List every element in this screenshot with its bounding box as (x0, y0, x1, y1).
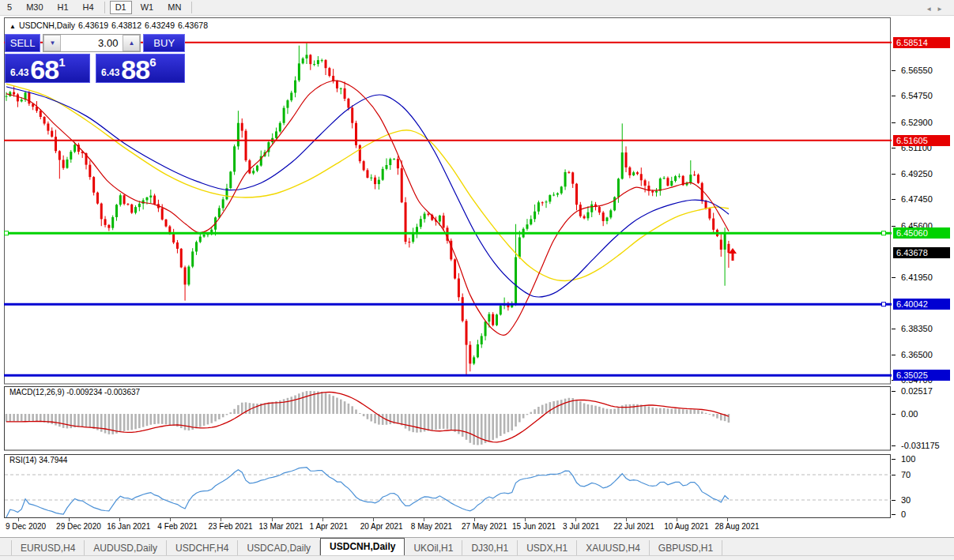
rsi-label: RSI(14) 34.7944 (9, 456, 67, 464)
date-tick-mark (170, 518, 171, 521)
price-tick-label: 6.41950 (901, 272, 933, 282)
timeframe-button-d1[interactable]: D1 (110, 1, 132, 14)
price-tick-label: 6.54750 (901, 91, 933, 100)
price-tick-label: 6.52900 (901, 118, 933, 127)
sell-price-display[interactable]: 6.43 68 1 (5, 54, 90, 83)
chevron-up-icon: ▲ (128, 39, 134, 47)
price-axis: 6.565506.547506.529006.511006.492506.474… (892, 0, 954, 560)
rsi-axis-label: 30 (901, 495, 911, 505)
ohlc-high: 6.43812 (111, 21, 141, 30)
date-tick-mark (626, 518, 627, 521)
toolbar-separator (191, 2, 192, 13)
date-label: 13 Mar 2021 (259, 522, 304, 531)
current-price-label: 6.43678 (893, 247, 950, 258)
tick-mark (892, 445, 896, 446)
date-tick-mark (119, 518, 120, 521)
timeframe-button-mn[interactable]: MN (162, 1, 187, 14)
tick-mark (892, 199, 896, 200)
chart-tab-audusd[interactable]: AUDUSD,Daily (85, 540, 167, 556)
sell-price-big: 68 (30, 58, 58, 81)
price-arrow-icon (729, 248, 737, 261)
rsi-name: RSI(14) (9, 456, 36, 464)
candles-layer (6, 43, 730, 374)
date-label: 15 Jun 2021 (512, 522, 556, 531)
date-tick-mark (221, 518, 221, 521)
date-label: 3 Jul 2021 (563, 522, 599, 531)
date-label: 10 Aug 2021 (664, 522, 708, 531)
macd-axis-label: 0.00 (901, 409, 918, 419)
date-label: 9 Dec 2020 (6, 522, 46, 531)
chart-tab-usdcnh[interactable]: USDCNH,Daily (320, 538, 405, 556)
tick-mark (892, 70, 896, 71)
chart-tab-usdcad[interactable]: USDCAD,Daily (238, 540, 320, 556)
chart-tab-eurusd[interactable]: EURUSD,H4 (11, 540, 85, 556)
macd-axis-label: 0.02517 (901, 386, 933, 396)
buy-price-sup: 6 (149, 55, 156, 69)
one-click-trade-panel: SELL ▼ 3.00 ▲ BUY 6.43 68 1 6.43 88 6 (5, 34, 185, 83)
tick-mark (892, 475, 896, 475)
tick-mark (892, 414, 896, 415)
chart-title: ▲USDCNH,Daily6.436196.438126.432496.4367… (9, 21, 211, 30)
volume-stepper: ▼ 3.00 ▲ (43, 34, 141, 52)
chart-tab-usdx[interactable]: USDX,H1 (518, 540, 577, 556)
chart-tab-usdchf[interactable]: USDCHF,H4 (167, 540, 238, 556)
status-strip (0, 555, 954, 560)
timeframe-button-5[interactable]: 5 (2, 1, 17, 14)
rsi-indicator-canvas[interactable] (4, 454, 892, 518)
timeframe-button-h1[interactable]: H1 (52, 1, 74, 14)
date-tick-mark (575, 518, 576, 521)
volume-decrease-button[interactable]: ▼ (43, 35, 61, 51)
date-tick-mark (373, 518, 374, 521)
tick-mark (892, 148, 896, 148)
date-label: 16 Jan 2021 (107, 522, 150, 531)
chart-tab-bar: EURUSD,H4AUDUSD,DailyUSDCHF,H4USDCAD,Dai… (0, 537, 954, 556)
toolbar-separator (104, 2, 105, 13)
chart-symbol: USDCNH,Daily (19, 21, 75, 30)
volume-increase-button[interactable]: ▲ (123, 35, 140, 51)
timeframe-button-m30[interactable]: M30 (21, 1, 48, 14)
ohlc-low: 6.43249 (145, 21, 175, 30)
sell-price-small: 6.43 (10, 67, 28, 78)
timeframe-button-h4[interactable]: H4 (77, 1, 100, 14)
chart-tab-dj30[interactable]: DJ30,H1 (462, 540, 518, 556)
date-tick-mark (69, 518, 70, 521)
chart-tab-gbpusd[interactable]: GBPUSD,H1 (650, 540, 722, 556)
date-label: 28 Aug 2021 (715, 522, 759, 531)
chart-tab-xauusd[interactable]: XAUUSD,H4 (577, 540, 650, 556)
macd-name: MACD(12,26,9) (9, 388, 64, 397)
rsi-value: 34.7944 (39, 456, 67, 464)
date-label: 27 May 2021 (462, 522, 507, 531)
date-label: 29 Dec 2020 (56, 522, 101, 531)
price-line-label: 6.45060 (893, 227, 950, 239)
tick-mark (892, 391, 896, 392)
chevron-down-icon: ▼ (49, 39, 55, 47)
sell-button[interactable]: SELL (5, 34, 40, 52)
chart-tab-ukoil[interactable]: UKOil,H1 (405, 540, 462, 556)
ohlc-close: 6.43678 (178, 21, 208, 30)
date-label: 4 Feb 2021 (157, 522, 198, 531)
trading-terminal-window: 5M30H1H4D1W1MN ▲USDCNH,Daily6.436196.438… (0, 0, 954, 560)
buy-button[interactable]: BUY (143, 34, 185, 52)
ma-mid-line (6, 87, 729, 297)
ohlc-open: 6.43619 (78, 21, 108, 30)
tick-mark (892, 459, 896, 460)
date-tick-mark (727, 518, 728, 521)
date-tick-mark (525, 518, 526, 521)
tick-mark (892, 500, 896, 501)
date-label: 8 May 2021 (411, 522, 452, 531)
tick-mark (892, 96, 896, 96)
volume-input[interactable]: 3.00 (61, 35, 123, 51)
buy-price-small: 6.43 (101, 67, 119, 78)
tick-mark (892, 174, 896, 175)
price-tick-label: 6.38350 (901, 324, 933, 333)
buy-price-display[interactable]: 6.43 88 6 (96, 54, 185, 83)
macd-values: -0.009234 -0.003637 (66, 388, 140, 397)
rsi-axis-label: 70 (901, 470, 911, 479)
price-tick-label: 6.47450 (901, 194, 933, 204)
date-tick-mark (677, 518, 677, 521)
tick-mark (892, 226, 896, 227)
timeframe-button-w1[interactable]: W1 (135, 1, 160, 14)
chart-marker-icon: ▲ (9, 23, 16, 30)
date-tick-mark (272, 518, 273, 521)
rsi-axis-label: 0 (901, 509, 906, 519)
